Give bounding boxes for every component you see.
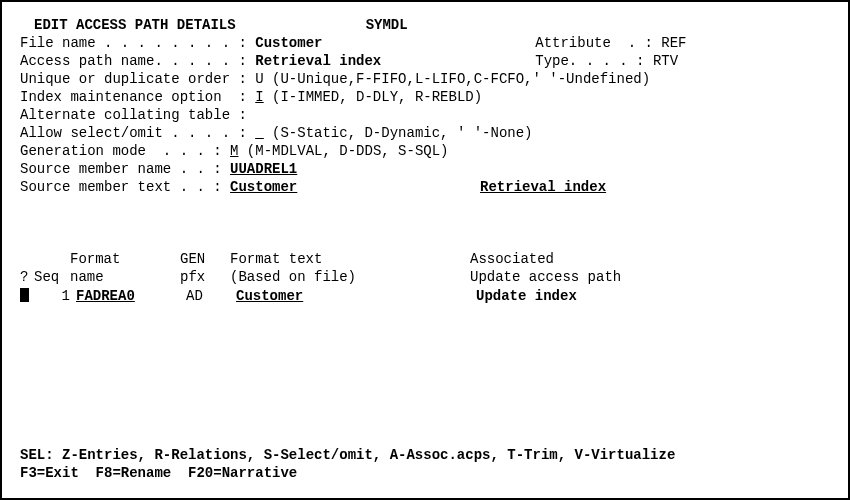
cursor-icon [20, 288, 29, 302]
src-text-value2[interactable]: Retrieval index [480, 178, 730, 197]
gen-mode-value[interactable]: M [230, 142, 238, 161]
hdr-format: Format [70, 250, 180, 269]
row-file-name: File name . . . . . . . . : Customer Att… [20, 34, 830, 52]
allow-select-hint: (S-Static, D-Dynamic, ' '-None) [264, 124, 533, 143]
hdr-updpath: Update access path [470, 268, 621, 287]
row-assoc: Update index [476, 287, 577, 306]
unique-dup-label: Unique or duplicate order : [20, 70, 255, 89]
allow-select-label: Allow select/omit . . . . : [20, 124, 255, 143]
alt-collate-label: Alternate collating table : [20, 106, 247, 125]
hdr-gen: GEN [180, 250, 230, 269]
attribute-value: REF [661, 34, 686, 53]
fkeys-line: F3=Exit F8=Rename F20=Narrative [20, 464, 830, 482]
src-name-value[interactable]: UUADREL1 [230, 160, 340, 179]
row-gen-mode: Generation mode . . . : M (M-MDLVAL, D-D… [20, 142, 830, 160]
system-name: SYMDL [366, 16, 408, 35]
hdr-fmttext: Format text [230, 250, 470, 269]
hdr-basedon: (Based on file) [230, 268, 470, 287]
screen-title: EDIT ACCESS PATH DETAILS [34, 16, 236, 35]
table-row[interactable]: 1 FADREA0 AD Customer Update index [20, 286, 830, 304]
title-row: EDIT ACCESS PATH DETAILS SYMDL [20, 16, 830, 34]
row-fmttext-wrap: Customer [236, 287, 456, 306]
row-alt-collate: Alternate collating table : [20, 106, 830, 124]
row-index-maint: Index maintenance option : I (I-IMMED, D… [20, 88, 830, 106]
gen-mode-hint: (M-MDLVAL, D-DDS, S-SQL) [238, 142, 448, 161]
type-value: RTV [653, 52, 678, 71]
allow-select-value[interactable]: _ [255, 124, 263, 143]
file-name-label: File name . . . . . . . . : [20, 34, 255, 53]
src-name-label: Source member name . . : [20, 160, 230, 179]
access-path-label: Access path name. . . . . : [20, 52, 255, 71]
row-src-text: Source member text . . : Customer Retrie… [20, 178, 830, 196]
type-label: Type. . . . : [535, 52, 653, 71]
src-text-label: Source member text . . : [20, 178, 230, 197]
hdr-assoc: Associated [470, 250, 554, 269]
table-header-2: ? Seq name pfx (Based on file) Update ac… [20, 268, 830, 286]
hdr-q: ? [20, 268, 34, 287]
table-header-1: Format GEN Format text Associated [20, 250, 830, 268]
index-maint-value[interactable]: I [255, 88, 263, 107]
row-unique-dup: Unique or duplicate order : U (U-Unique,… [20, 70, 830, 88]
row-src-name: Source member name . . : UUADREL1 [20, 160, 830, 178]
index-maint-label: Index maintenance option : [20, 88, 255, 107]
terminal-screen: EDIT ACCESS PATH DETAILS SYMDL File name… [0, 0, 850, 500]
sel-line: SEL: Z-Entries, R-Relations, S-Select/om… [20, 446, 830, 464]
index-maint-hint: (I-IMMED, D-DLY, R-REBLD) [264, 88, 482, 107]
gen-mode-label: Generation mode . . . : [20, 142, 230, 161]
row-pfx: AD [186, 287, 236, 306]
row-allow-select: Allow select/omit . . . . : _ (S-Static,… [20, 124, 830, 142]
hdr-pfx: pfx [180, 268, 230, 287]
unique-dup-value[interactable]: U [255, 70, 263, 89]
row-access-path: Access path name. . . . . : Retrieval in… [20, 52, 830, 70]
hdr-seq: Seq [34, 268, 70, 287]
attribute-label: Attribute . : [535, 34, 661, 53]
hdr-name: name [70, 268, 180, 287]
row-fmttext[interactable]: Customer [236, 287, 456, 306]
file-name-value: Customer [255, 34, 475, 53]
unique-dup-hint: (U-Unique,F-FIFO,L-LIFO,C-FCFO,' '-Undef… [264, 70, 650, 89]
row-format-name[interactable]: FADREA0 [76, 287, 166, 306]
access-path-value: Retrieval index [255, 52, 475, 71]
src-text-value1[interactable]: Customer [230, 178, 458, 197]
row-seq: 1 [34, 287, 76, 306]
footer: SEL: Z-Entries, R-Relations, S-Select/om… [20, 446, 830, 482]
